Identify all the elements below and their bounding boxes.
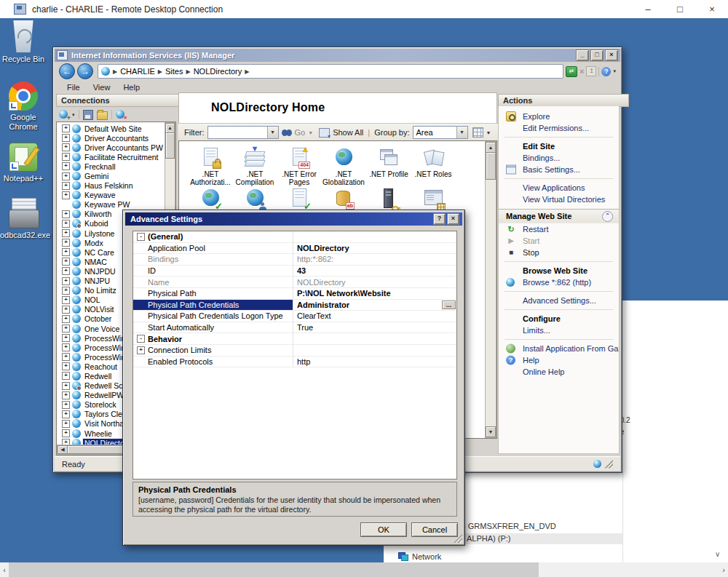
cancel-button[interactable]: Cancel bbox=[411, 522, 458, 537]
grid-value-cell[interactable]: Administrator... bbox=[293, 300, 456, 311]
iis-titlebar[interactable]: Internet Information Services (IIS) Mana… bbox=[55, 49, 620, 62]
grid-row-bindings[interactable]: Bindingshttp:*:862: bbox=[133, 254, 456, 266]
desktop-icon-odbcad[interactable]: odbcad32.exe bbox=[0, 198, 47, 240]
grid-row-name[interactable]: NameNOLDirectory bbox=[133, 276, 456, 288]
expand-icon[interactable]: + bbox=[62, 382, 70, 390]
grid-value-cell[interactable]: http:*:862: bbox=[293, 254, 456, 265]
grid-value-cell[interactable]: ClearText bbox=[293, 311, 456, 322]
dialog-close-button[interactable]: × bbox=[447, 213, 459, 225]
rdp-titlebar[interactable]: charlie - CHARLIE - Remote Desktop Conne… bbox=[0, 0, 728, 18]
go-binoculars-icon[interactable] bbox=[282, 130, 292, 136]
feature-item[interactable]: .NET Globalization bbox=[320, 147, 367, 186]
expand-icon[interactable]: + bbox=[62, 220, 70, 228]
tree-item[interactable]: +Facilitate Recruitment bbox=[57, 152, 166, 162]
grid-value-cell[interactable]: http bbox=[293, 357, 456, 367]
expand-icon[interactable]: + bbox=[62, 277, 70, 285]
view-mode-dropdown-icon[interactable]: ▼ bbox=[486, 130, 491, 135]
action-link-view-applications[interactable]: View Applications bbox=[499, 182, 619, 194]
chevron-down-icon[interactable]: ▼ bbox=[456, 127, 467, 138]
feature-item[interactable] bbox=[232, 188, 278, 210]
rdp-close-button[interactable]: × bbox=[696, 0, 728, 18]
feature-item[interactable]: ✓ bbox=[276, 188, 323, 210]
browse-ellipsis-button[interactable]: ... bbox=[442, 301, 456, 310]
action-link-bindings[interactable]: Bindings... bbox=[499, 152, 619, 164]
feature-item[interactable]: .NET Authorizati... bbox=[187, 147, 234, 186]
expand-icon[interactable]: + bbox=[62, 258, 70, 266]
view-mode-icon[interactable] bbox=[472, 127, 483, 138]
rdp-minimize-button[interactable]: – bbox=[632, 0, 664, 18]
iis-close-button[interactable]: × bbox=[605, 49, 618, 61]
tree-item[interactable]: +Gemini bbox=[57, 171, 166, 180]
forward-button[interactable]: → bbox=[77, 63, 93, 79]
iis-maximize-button[interactable]: □ bbox=[590, 49, 604, 61]
grid-row-connection-limits[interactable]: +Connection Limits bbox=[133, 345, 456, 357]
expand-icon[interactable]: + bbox=[62, 362, 70, 370]
action-link-view-virtual-directories[interactable]: View Virtual Directories bbox=[499, 194, 619, 205]
grid-row-physical-path[interactable]: Physical PathP:\NOL Network\Website bbox=[133, 288, 456, 300]
expand-icon[interactable]: + bbox=[62, 306, 70, 314]
action-link-start[interactable]: ▶Start bbox=[499, 235, 619, 247]
feature-item[interactable]: .NET Roles bbox=[410, 147, 456, 178]
action-link-online-help[interactable]: Online Help bbox=[499, 366, 619, 378]
expand-icon[interactable]: - bbox=[137, 233, 145, 241]
grid-row-general[interactable]: -(General) bbox=[133, 231, 456, 243]
grid-row-behavior[interactable]: -Behavior bbox=[133, 333, 456, 345]
menu-file[interactable]: File bbox=[60, 81, 87, 93]
grid-value-cell[interactable] bbox=[293, 231, 456, 242]
help-icon[interactable]: ? bbox=[601, 67, 611, 76]
action-link-install-application-from-gallery[interactable]: Install Application From Gallery bbox=[499, 343, 619, 354]
rdp-maximize-button[interactable]: □ bbox=[664, 0, 696, 18]
grid-value-cell[interactable]: NOLDirectory bbox=[293, 276, 456, 287]
expand-icon[interactable]: + bbox=[62, 410, 70, 418]
tree-item[interactable]: +Keywave bbox=[57, 191, 166, 200]
feature-item[interactable]: ▲404.NET Error Pages bbox=[276, 147, 323, 186]
desktop-icon-recycle-bin[interactable]: Recycle Bin bbox=[0, 20, 47, 64]
stop-nav-icon[interactable]: × bbox=[579, 67, 584, 76]
expand-icon[interactable]: + bbox=[62, 162, 70, 170]
explorer-drive-item-selected[interactable]: ALPHA) (P:) bbox=[457, 533, 622, 544]
rdp-hscroll-thumb[interactable] bbox=[9, 562, 539, 577]
expand-icon[interactable]: + bbox=[62, 191, 70, 199]
features-vscroll-thumb[interactable] bbox=[486, 152, 496, 180]
go-dropdown-icon[interactable]: ▼ bbox=[308, 130, 313, 135]
expand-icon[interactable]: + bbox=[62, 420, 70, 428]
expand-icon[interactable]: + bbox=[62, 172, 70, 180]
filter-combobox[interactable]: ▼ bbox=[207, 126, 279, 139]
expand-icon[interactable]: + bbox=[62, 391, 70, 399]
action-link-restart[interactable]: ↻Restart bbox=[499, 223, 619, 235]
tree-item[interactable]: Keywave PW bbox=[57, 200, 166, 210]
chevron-down-icon[interactable]: ▼ bbox=[267, 127, 278, 138]
action-link-stop[interactable]: ■Stop bbox=[499, 247, 619, 258]
breadcrumb-segment[interactable]: CHARLIE bbox=[120, 67, 155, 76]
action-link-edit-permissions[interactable]: Edit Permissions... bbox=[499, 122, 619, 134]
expand-icon[interactable]: + bbox=[62, 210, 70, 218]
feature-item[interactable] bbox=[410, 188, 456, 210]
expand-icon[interactable]: + bbox=[62, 229, 70, 237]
help-dropdown-icon[interactable]: ▾ bbox=[613, 68, 616, 74]
expand-icon[interactable]: + bbox=[62, 267, 70, 275]
grid-value-cell[interactable]: P:\NOL Network\Website bbox=[293, 288, 456, 299]
desktop-icon-notepadpp[interactable]: Notepad++ bbox=[0, 143, 47, 183]
rdp-horizontal-scrollbar[interactable]: ‹ › bbox=[0, 562, 728, 577]
tree-item[interactable]: +Haus Felskinn bbox=[57, 181, 166, 191]
breadcrumb-segment[interactable]: NOLDirectory bbox=[194, 67, 242, 76]
dialog-help-button[interactable]: ? bbox=[433, 213, 446, 225]
action-link-limits[interactable]: Limits... bbox=[499, 325, 619, 336]
expand-icon[interactable]: + bbox=[62, 143, 70, 151]
show-all-icon[interactable] bbox=[319, 128, 330, 138]
grid-row-start-automatically[interactable]: Start AutomaticallyTrue bbox=[133, 322, 456, 334]
tree-item[interactable]: +Driver Accountants bbox=[57, 133, 166, 143]
feature-item[interactable]: ✓ bbox=[187, 188, 234, 210]
expand-icon[interactable]: + bbox=[62, 334, 70, 342]
remove-connection-icon[interactable]: × bbox=[116, 110, 125, 119]
scroll-right-icon[interactable]: › bbox=[719, 562, 728, 577]
tree-item[interactable]: +Driver Accountants PW bbox=[57, 143, 166, 152]
create-connection-icon[interactable]: + bbox=[59, 110, 68, 119]
scroll-left-icon[interactable]: ◀ bbox=[58, 445, 68, 454]
features-vertical-scrollbar[interactable]: ▲ ▼ bbox=[485, 141, 496, 438]
expand-icon[interactable]: + bbox=[62, 343, 70, 351]
action-link-browse-862-http[interactable]: Browse *:862 (http) bbox=[499, 276, 619, 288]
resize-grip[interactable] bbox=[604, 460, 613, 469]
grid-value-cell[interactable] bbox=[293, 333, 456, 344]
expand-icon[interactable]: + bbox=[62, 325, 70, 333]
